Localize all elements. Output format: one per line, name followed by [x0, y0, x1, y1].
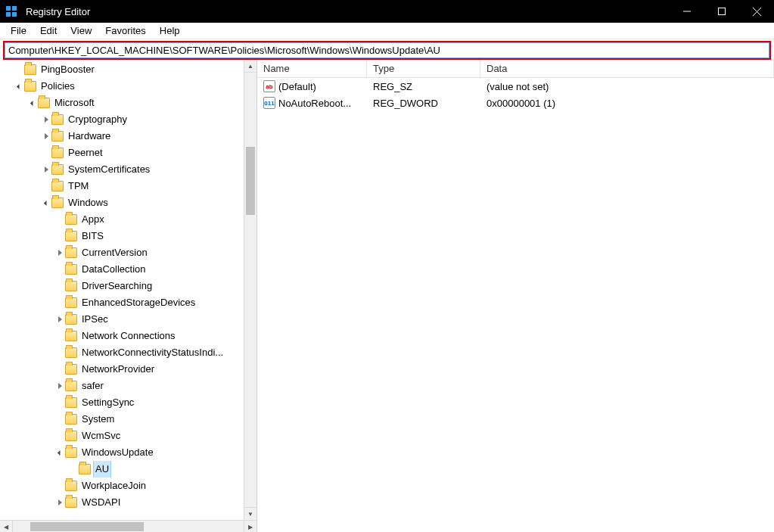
chevron-right-icon[interactable]	[41, 166, 51, 173]
tree-item-label: NetworkConnectivityStatusIndi...	[80, 344, 225, 361]
folder-icon	[65, 314, 77, 325]
chevron-right-icon[interactable]	[54, 250, 65, 256]
tree-item[interactable]: System	[0, 411, 256, 428]
tree-item[interactable]: Policies	[0, 78, 256, 95]
close-button[interactable]	[739, 0, 774, 23]
scroll-down-arrow-icon[interactable]: ▼	[244, 507, 256, 520]
registry-tree[interactable]: PingBoosterPoliciesMicrosoftCryptography…	[0, 61, 256, 511]
list-row[interactable]: 011NoAutoReboot...REG_DWORD0x00000001 (1…	[257, 95, 774, 111]
menu-help[interactable]: Help	[154, 23, 186, 38]
menu-file[interactable]: File	[5, 23, 33, 38]
tree-item[interactable]: AU	[0, 461, 256, 478]
string-value-icon: ab	[263, 80, 275, 92]
list-row[interactable]: ab(Default)REG_SZ(value not set)	[257, 78, 774, 95]
tree-item[interactable]: Peernet	[0, 145, 256, 161]
tree-item[interactable]: Appx	[0, 211, 256, 228]
tree-item[interactable]: TPM	[0, 178, 256, 194]
scroll-up-arrow-icon[interactable]: ▲	[244, 60, 256, 73]
cell-data: 0x00000001 (1)	[480, 98, 774, 109]
folder-icon	[65, 397, 77, 408]
tree-item-label: BITS	[80, 228, 105, 244]
app-icon	[0, 5, 23, 17]
tree-item-label: SettingSync	[80, 394, 135, 411]
folder-icon	[65, 264, 77, 275]
folder-icon	[65, 447, 77, 458]
tree-item-label: Cryptography	[67, 111, 129, 128]
chevron-down-icon[interactable]	[54, 451, 65, 455]
tree-item-label: System	[80, 411, 116, 428]
tree-item[interactable]: WcmSvc	[0, 428, 256, 444]
tree-item-label: DriverSearching	[80, 278, 154, 294]
hscroll-thumb[interactable]	[30, 522, 144, 531]
folder-icon	[51, 114, 64, 125]
tree-item-label: CurrentVersion	[80, 244, 149, 261]
tree-item[interactable]: PingBooster	[0, 61, 256, 78]
folder-icon	[65, 214, 77, 225]
column-header-type[interactable]: Type	[367, 60, 480, 77]
list-body: ab(Default)REG_SZ(value not set)011NoAut…	[257, 78, 774, 111]
tree-item[interactable]: CurrentVersion	[0, 244, 256, 261]
tree-item[interactable]: SettingSync	[0, 394, 256, 411]
menu-edit[interactable]: Edit	[34, 23, 63, 38]
tree-item[interactable]: Hardware	[0, 128, 256, 145]
column-header-data[interactable]: Data	[480, 60, 774, 77]
menu-favorites[interactable]: Favorites	[99, 23, 151, 38]
svg-rect-1	[12, 6, 17, 11]
chevron-right-icon[interactable]	[54, 316, 65, 322]
tree-item-label: Policies	[39, 78, 76, 95]
tree-item[interactable]: EnhancedStorageDevices	[0, 294, 256, 311]
chevron-right-icon[interactable]	[41, 117, 51, 123]
tree-item-label: DataCollection	[80, 261, 148, 278]
vscroll-thumb[interactable]	[246, 147, 255, 215]
maximize-button[interactable]	[704, 0, 739, 23]
tree-item[interactable]: WSDAPI	[0, 494, 256, 511]
tree-item-label: Microsoft	[53, 95, 96, 111]
tree-horizontal-scrollbar[interactable]: ◀ ▶	[0, 520, 256, 532]
tree-item-label: Windows	[67, 194, 110, 211]
tree-item[interactable]: WindowsUpdate	[0, 444, 256, 461]
tree-item[interactable]: IPSec	[0, 311, 256, 328]
tree-vertical-scrollbar[interactable]: ▲ ▼	[244, 60, 256, 520]
folder-icon	[51, 148, 64, 158]
folder-icon	[24, 81, 36, 92]
chevron-down-icon[interactable]	[41, 201, 51, 205]
tree-item[interactable]: DataCollection	[0, 261, 256, 278]
folder-icon	[65, 297, 77, 308]
addressbar-input[interactable]	[5, 42, 769, 58]
tree-item[interactable]: NetworkProvider	[0, 361, 256, 378]
scroll-right-arrow-icon[interactable]: ▶	[244, 521, 256, 532]
tree-item[interactable]: NetworkConnectivityStatusIndi...	[0, 344, 256, 361]
tree-item-label: Network Connections	[80, 328, 177, 344]
cell-name: ab(Default)	[257, 80, 367, 92]
tree-item[interactable]: BITS	[0, 228, 256, 244]
tree-item[interactable]: WorkplaceJoin	[0, 478, 256, 494]
folder-icon	[65, 231, 77, 241]
tree-item-label: EnhancedStorageDevices	[80, 294, 197, 311]
folder-icon	[38, 98, 50, 108]
tree-item[interactable]: Network Connections	[0, 328, 256, 344]
tree-item[interactable]: Windows	[0, 194, 256, 211]
tree-item[interactable]: SystemCertificates	[0, 161, 256, 178]
chevron-right-icon[interactable]	[54, 383, 65, 389]
minimize-button[interactable]	[670, 0, 704, 23]
tree-item[interactable]: safer	[0, 378, 256, 394]
menu-view[interactable]: View	[64, 23, 98, 38]
cell-name: 011NoAutoReboot...	[257, 97, 367, 109]
tree-item[interactable]: Cryptography	[0, 111, 256, 128]
tree-item-label: safer	[80, 378, 105, 394]
folder-icon	[51, 164, 64, 175]
scroll-left-arrow-icon[interactable]: ◀	[0, 521, 13, 532]
chevron-right-icon[interactable]	[54, 499, 65, 506]
folder-icon	[51, 181, 64, 191]
tree-item[interactable]: Microsoft	[0, 95, 256, 111]
column-header-name[interactable]: Name	[257, 60, 367, 77]
folder-icon	[65, 381, 77, 391]
folder-icon	[51, 131, 64, 142]
tree-item-label: WorkplaceJoin	[80, 478, 148, 494]
list-header[interactable]: Name Type Data	[257, 60, 774, 78]
chevron-down-icon[interactable]	[27, 101, 38, 105]
tree-item[interactable]: DriverSearching	[0, 278, 256, 294]
chevron-right-icon[interactable]	[41, 133, 51, 139]
folder-icon	[51, 198, 64, 208]
chevron-down-icon[interactable]	[14, 85, 24, 89]
